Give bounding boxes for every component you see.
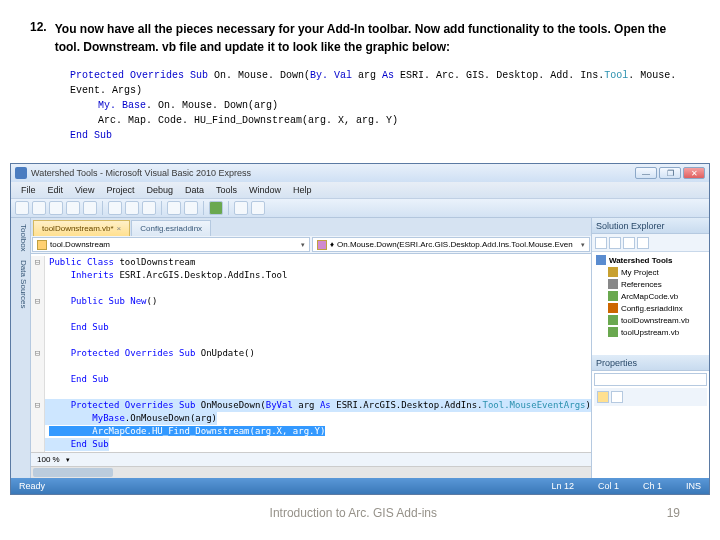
solution-toolbar	[592, 234, 709, 252]
toolbox-tab[interactable]: Toolbox	[13, 224, 28, 252]
vb-file-icon	[608, 315, 618, 325]
vb-file-icon	[608, 291, 618, 301]
maximize-button[interactable]: ❐	[659, 167, 681, 179]
properties-icon[interactable]	[595, 237, 607, 249]
chevron-down-icon: ▾	[301, 241, 305, 249]
add-item-icon[interactable]	[32, 201, 46, 215]
status-ready: Ready	[19, 481, 45, 491]
menu-debug[interactable]: Debug	[140, 184, 179, 196]
step-number: 12.	[30, 20, 47, 56]
vs-icon	[15, 167, 27, 179]
method-icon	[317, 240, 327, 250]
page-number: 19	[667, 506, 680, 520]
menu-data[interactable]: Data	[179, 184, 210, 196]
undo-icon[interactable]	[167, 201, 181, 215]
close-tab-icon[interactable]: ×	[117, 224, 122, 233]
menu-window[interactable]: Window	[243, 184, 287, 196]
code-snippet: Protected Overrides Sub On. Mouse. Down(…	[70, 68, 690, 143]
copy-icon[interactable]	[125, 201, 139, 215]
categorized-icon[interactable]	[597, 391, 609, 403]
toolbar	[11, 198, 709, 218]
comment-icon[interactable]	[234, 201, 248, 215]
status-bar: Ready Ln 12 Col 1 Ch 1 INS	[11, 478, 709, 494]
editor-zoom-bar: 100 %▾	[31, 452, 591, 466]
xml-file-icon	[608, 303, 618, 313]
status-col: Col 1	[598, 481, 619, 491]
folder-icon	[608, 267, 618, 277]
properties-title: Properties	[592, 355, 709, 371]
tab-tooldownstream[interactable]: toolDownstream.vb*×	[33, 220, 130, 236]
close-button[interactable]: ✕	[683, 167, 705, 179]
step-text: You now have all the pieces necessary fo…	[55, 20, 690, 56]
vs-window: Watershed Tools - Microsoft Visual Basic…	[10, 163, 710, 495]
datasources-tab[interactable]: Data Sources	[13, 260, 28, 308]
class-icon	[37, 240, 47, 250]
solution-icon	[596, 255, 606, 265]
show-all-icon[interactable]	[609, 237, 621, 249]
solution-explorer-title: Solution Explorer	[592, 218, 709, 234]
code-editor[interactable]: ⊟Public Class toolDownstream Inherits ES…	[31, 254, 591, 452]
horizontal-scrollbar[interactable]	[31, 466, 591, 478]
footer-title: Introduction to Arc. GIS Add-ins	[270, 506, 437, 520]
method-dropdown[interactable]: ♦ On.Mouse.Down(ESRI.Arc.GIS.Desktop.Add…	[312, 237, 590, 252]
refresh-icon[interactable]	[623, 237, 635, 249]
open-icon[interactable]	[49, 201, 63, 215]
menu-help[interactable]: Help	[287, 184, 318, 196]
redo-icon[interactable]	[184, 201, 198, 215]
menu-edit[interactable]: Edit	[42, 184, 70, 196]
property-selector[interactable]	[594, 373, 707, 386]
menu-file[interactable]: File	[15, 184, 42, 196]
save-all-icon[interactable]	[83, 201, 97, 215]
solution-tree[interactable]: Watershed Tools My Project References Ar…	[592, 252, 709, 355]
status-line: Ln 12	[551, 481, 574, 491]
cut-icon[interactable]	[108, 201, 122, 215]
save-icon[interactable]	[66, 201, 80, 215]
view-code-icon[interactable]	[637, 237, 649, 249]
paste-icon[interactable]	[142, 201, 156, 215]
menu-tools[interactable]: Tools	[210, 184, 243, 196]
vb-file-icon	[608, 327, 618, 337]
menu-view[interactable]: View	[69, 184, 100, 196]
document-tabs: toolDownstream.vb*× Config.esriaddinx	[31, 218, 591, 236]
menubar: File Edit View Project Debug Data Tools …	[11, 182, 709, 198]
menu-project[interactable]: Project	[100, 184, 140, 196]
references-icon	[608, 279, 618, 289]
alpha-icon[interactable]	[611, 391, 623, 403]
tab-config[interactable]: Config.esriaddinx	[131, 220, 211, 236]
status-ins: INS	[686, 481, 701, 491]
zoom-level[interactable]: 100 %	[37, 455, 60, 464]
status-ch: Ch 1	[643, 481, 662, 491]
new-project-icon[interactable]	[15, 201, 29, 215]
class-dropdown[interactable]: tool.Downstream▾	[32, 237, 310, 252]
properties-panel[interactable]	[592, 371, 709, 478]
uncomment-icon[interactable]	[251, 201, 265, 215]
chevron-down-icon: ▾	[581, 241, 585, 249]
window-title: Watershed Tools - Microsoft Visual Basic…	[31, 168, 251, 178]
titlebar: Watershed Tools - Microsoft Visual Basic…	[11, 164, 709, 182]
left-dock: Toolbox Data Sources	[11, 218, 31, 478]
start-debug-icon[interactable]	[209, 201, 223, 215]
minimize-button[interactable]: —	[635, 167, 657, 179]
